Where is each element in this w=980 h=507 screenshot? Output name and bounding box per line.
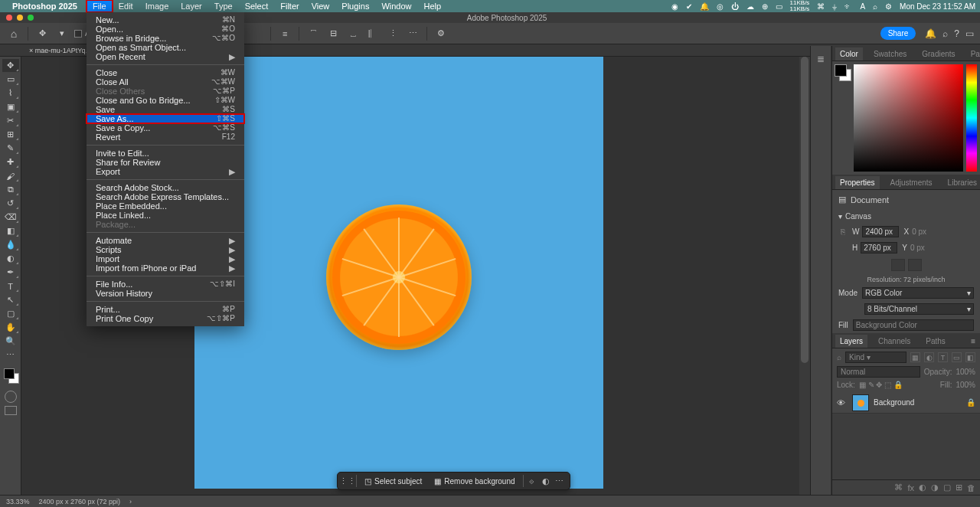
- tab-adjustments[interactable]: Adjustments: [886, 176, 937, 189]
- orientation-landscape[interactable]: [908, 259, 922, 271]
- menu-layer[interactable]: Layer: [175, 0, 208, 12]
- help-icon[interactable]: ?: [954, 28, 959, 39]
- foreground-color[interactable]: [4, 368, 15, 379]
- filter-type-icon[interactable]: T: [938, 352, 948, 362]
- transform-icon[interactable]: ⟐: [527, 476, 537, 486]
- edit-toolbar[interactable]: ⋯: [2, 348, 19, 361]
- tab-color[interactable]: Color: [835, 47, 863, 61]
- menu-item-open-as-smart-object[interactable]: Open as Smart Object...: [87, 43, 244, 52]
- app-name[interactable]: Photoshop 2025: [12, 2, 77, 11]
- doc-info[interactable]: 2400 px x 2760 px (72 ppi): [39, 498, 121, 505]
- stamp-tool[interactable]: ⧉: [2, 183, 19, 196]
- search-icon[interactable]: ⌕: [942, 28, 948, 39]
- menu-item-save[interactable]: Save⌘S: [87, 105, 244, 114]
- zoom-tool[interactable]: 🔍: [2, 335, 19, 348]
- opacity-value[interactable]: 100%: [956, 368, 975, 376]
- fill-select[interactable]: Background Color: [853, 319, 974, 331]
- menu-item-open[interactable]: Open...⌘O: [87, 25, 244, 34]
- group-icon[interactable]: ▢: [943, 482, 951, 492]
- blend-mode-select[interactable]: Normal: [837, 366, 920, 378]
- menu-item-invite-to-edit[interactable]: Invite to Edit...: [87, 149, 244, 158]
- notifications-icon[interactable]: 🔔: [925, 28, 936, 39]
- link-layers-icon[interactable]: ⌘: [894, 482, 903, 492]
- more-icon[interactable]: ⋯: [554, 476, 565, 486]
- frame-tool[interactable]: ⊞: [2, 128, 19, 141]
- menu-item-close-and-go-to-bridge[interactable]: Close and Go to Bridge...⇧⌘W: [87, 96, 244, 105]
- clock[interactable]: Mon Dec 23 11:52 AM: [900, 2, 975, 11]
- path-select-tool[interactable]: ↖: [2, 293, 19, 306]
- filter-adjust-icon[interactable]: ◐: [924, 352, 934, 362]
- status-icon[interactable]: ◎: [717, 2, 724, 11]
- menu-item-close[interactable]: Close⌘W: [87, 68, 244, 77]
- depth-select[interactable]: 8 Bits/Channel▾: [864, 303, 974, 315]
- width-input[interactable]: [862, 226, 899, 237]
- move-tool-icon[interactable]: ✥: [34, 26, 50, 41]
- search-icon[interactable]: ⌕: [873, 2, 877, 11]
- menu-image[interactable]: Image: [139, 0, 175, 12]
- mode-select[interactable]: RGB Color▾: [862, 287, 974, 299]
- status-icon[interactable]: 🔔: [700, 2, 709, 11]
- trash-icon[interactable]: 🗑: [967, 483, 975, 492]
- eraser-tool[interactable]: ⌫: [2, 211, 19, 224]
- vertical-scrollbar[interactable]: [799, 57, 810, 495]
- menu-item-browse-in-bridge[interactable]: Browse in Bridge...⌥⌘O: [87, 34, 244, 43]
- object-select-tool[interactable]: ▣: [2, 100, 19, 113]
- fx-icon[interactable]: fx: [907, 483, 914, 492]
- menu-item-search-adobe-stock[interactable]: Search Adobe Stock...: [87, 183, 244, 192]
- menu-item-search-adobe-express-templates[interactable]: Search Adobe Express Templates...: [87, 192, 244, 201]
- layer-thumbnail[interactable]: [852, 394, 869, 411]
- lock-icon[interactable]: 🔒: [966, 398, 975, 407]
- filter-shape-icon[interactable]: ▭: [952, 352, 962, 362]
- tab-properties[interactable]: Properties: [835, 176, 880, 189]
- menu-item-open-recent[interactable]: Open Recent▶: [87, 52, 244, 61]
- status-icon[interactable]: ⏻: [731, 2, 739, 11]
- document-canvas[interactable]: [194, 57, 603, 489]
- mask-icon[interactable]: ◐: [919, 482, 926, 492]
- new-layer-icon[interactable]: ⊞: [956, 482, 962, 492]
- select-subject-button[interactable]: ◳Select subject: [360, 476, 426, 487]
- menu-item-print[interactable]: Print...⌘P: [87, 305, 244, 314]
- menu-item-save-a-copy[interactable]: Save a Copy...⌥⌘S: [87, 123, 244, 132]
- align-bottom-icon[interactable]: ⎵: [345, 26, 361, 41]
- status-icon[interactable]: ◉: [671, 2, 678, 11]
- tab-swatches[interactable]: Swatches: [869, 47, 911, 61]
- menu-view[interactable]: View: [305, 0, 336, 12]
- tab-layers[interactable]: Layers: [835, 335, 867, 348]
- chevron-right-icon[interactable]: ›: [129, 498, 132, 505]
- adjust-icon[interactable]: ◐: [541, 476, 551, 486]
- filter-kind-select[interactable]: Kind ▾: [845, 352, 906, 363]
- input-icon[interactable]: A: [860, 2, 865, 11]
- menu-filter[interactable]: Filter: [274, 0, 305, 12]
- adjustment-icon[interactable]: ◑: [931, 482, 939, 492]
- screenmode-icon[interactable]: [5, 406, 17, 415]
- tab-gradients[interactable]: Gradients: [917, 47, 959, 61]
- menu-item-close-all[interactable]: Close All⌥⌘W: [87, 77, 244, 87]
- status-icon[interactable]: ✔: [686, 2, 692, 11]
- eyedropper-tool[interactable]: ✎: [2, 142, 19, 155]
- align-top-icon[interactable]: ⎴: [305, 26, 321, 41]
- menu-select[interactable]: Select: [239, 0, 275, 12]
- status-icon[interactable]: ☁: [746, 2, 754, 11]
- menu-item-export[interactable]: Export▶: [87, 167, 244, 176]
- menu-edit[interactable]: Edit: [113, 0, 139, 12]
- lasso-tool[interactable]: ⌇: [2, 87, 19, 100]
- canvas-section[interactable]: ▾ Canvas: [832, 209, 980, 224]
- quickmask-icon[interactable]: [5, 391, 17, 403]
- panel-menu-icon[interactable]: ≡: [966, 335, 980, 348]
- type-tool[interactable]: T: [2, 280, 19, 293]
- height-input[interactable]: [861, 242, 897, 254]
- zoom-level[interactable]: 33.33%: [6, 498, 30, 505]
- dodge-tool[interactable]: ◐: [2, 252, 19, 265]
- menu-item-import[interactable]: Import▶: [87, 254, 244, 263]
- menu-file[interactable]: File: [87, 0, 113, 12]
- color-swatches[interactable]: [2, 367, 19, 384]
- crop-tool[interactable]: ✂: [2, 114, 19, 127]
- menu-help[interactable]: Help: [418, 0, 448, 12]
- dropdown-icon[interactable]: ▾: [54, 26, 70, 41]
- menu-item-save-as[interactable]: Save As...⇧⌘S: [87, 114, 244, 123]
- hue-slider[interactable]: [966, 64, 977, 172]
- layer-row[interactable]: 👁 Background 🔒: [832, 392, 980, 414]
- status-icon[interactable]: ⌘: [817, 2, 825, 11]
- link-icon[interactable]: ⎘: [838, 227, 848, 236]
- menu-item-scripts[interactable]: Scripts▶: [87, 245, 244, 254]
